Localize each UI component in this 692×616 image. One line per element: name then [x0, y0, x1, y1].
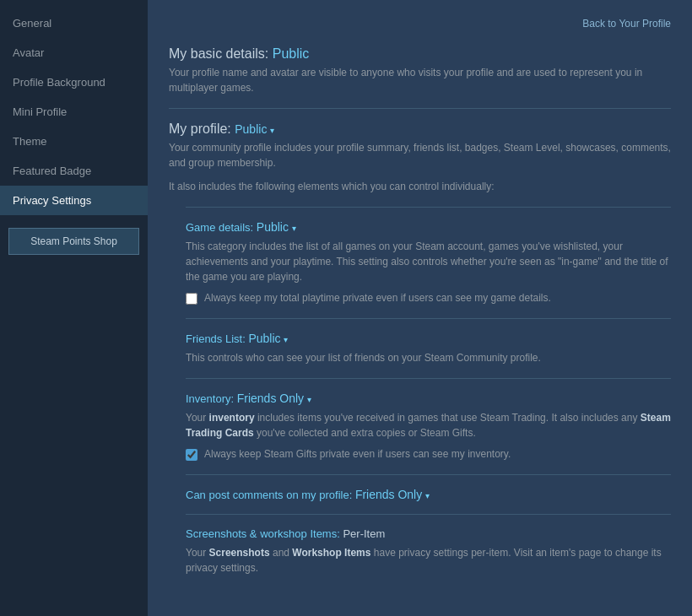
screenshots-title: Screenshots & workshop Items: Per-Item	[186, 527, 671, 540]
basic-details-desc: Your profile name and avatar are visible…	[169, 65, 671, 95]
my-profile-section: My profile: Public ▾	[169, 122, 671, 137]
friends-list-title: Friends List: Public ▾	[186, 332, 671, 345]
sidebar-item-theme[interactable]: Theme	[0, 127, 148, 156]
divider-1	[169, 108, 671, 109]
game-details-checkbox[interactable]	[186, 293, 197, 305]
screenshots-bold1: Screenshots	[209, 547, 270, 559]
comments-dropdown[interactable]: Friends Only ▾	[355, 488, 430, 501]
inventory-bold1: inventory	[209, 412, 255, 424]
my-profile-dropdown[interactable]: Public ▾	[235, 122, 274, 136]
friends-list-dropdown[interactable]: Public ▾	[248, 332, 288, 345]
inventory-dropdown[interactable]: Friends Only ▾	[237, 392, 311, 405]
inventory-arrow: ▾	[307, 395, 311, 404]
back-to-profile-link[interactable]: Back to Your Profile	[582, 18, 671, 30]
game-details-arrow: ▾	[292, 224, 296, 233]
inventory-checkbox[interactable]	[186, 449, 197, 461]
sidebar: General Avatar Profile Background Mini P…	[0, 0, 148, 616]
sidebar-item-privacy-settings[interactable]: Privacy Settings	[0, 186, 148, 215]
screenshots-status: Per-Item	[343, 527, 385, 540]
game-details-checkbox-row: Always keep my total playtime private ev…	[186, 291, 671, 305]
sidebar-item-avatar[interactable]: Avatar	[0, 38, 148, 68]
game-details-checkbox-label: Always keep my total playtime private ev…	[204, 291, 551, 305]
screenshots-bold2: Workshop Items	[292, 547, 370, 559]
comments-title: Can post comments on my profile: Friends…	[186, 488, 671, 501]
screenshots-desc: Your Screenshots and Workshop Items have…	[186, 545, 671, 575]
game-details-title: Game details: Public ▾	[186, 220, 671, 234]
steam-points-shop-button[interactable]: Steam Points Shop	[8, 228, 139, 255]
divider-5	[186, 474, 671, 475]
screenshots-section: Screenshots & workshop Items: Per-Item Y…	[186, 527, 671, 575]
inventory-desc: Your inventory includes items you've rec…	[186, 410, 671, 440]
friends-list-desc: This controls who can see your list of f…	[186, 350, 671, 365]
sub-sections: Game details: Public ▾ This category inc…	[169, 207, 671, 575]
main-content: Back to Your Profile My basic details: P…	[148, 0, 692, 616]
basic-details-status: Public	[273, 46, 310, 61]
inventory-checkbox-row: Always keep Steam Gifts private even if …	[186, 447, 671, 462]
inventory-title: Inventory: Friends Only ▾	[186, 392, 671, 405]
comments-arrow: ▾	[425, 491, 430, 500]
game-details-dropdown[interactable]: Public ▾	[257, 220, 296, 234]
sidebar-item-featured-badge[interactable]: Featured Badge	[0, 156, 148, 186]
inventory-checkbox-label: Always keep Steam Gifts private even if …	[204, 447, 511, 462]
my-profile-desc1: Your community profile includes your pro…	[169, 140, 671, 170]
game-details-section: Game details: Public ▾ This category inc…	[186, 220, 671, 305]
friends-list-arrow: ▾	[284, 335, 288, 344]
sidebar-item-general[interactable]: General	[0, 8, 148, 38]
comments-section: Can post comments on my profile: Friends…	[186, 488, 671, 501]
game-details-desc: This category includes the list of all g…	[186, 239, 671, 284]
sidebar-item-mini-profile[interactable]: Mini Profile	[0, 97, 148, 127]
inventory-section: Inventory: Friends Only ▾ Your inventory…	[186, 392, 671, 462]
divider-3	[186, 318, 671, 319]
basic-details-section: My basic details: Public	[169, 46, 671, 62]
friends-list-section: Friends List: Public ▾ This controls who…	[186, 332, 671, 365]
my-profile-title: My profile: Public ▾	[169, 122, 274, 136]
divider-2	[186, 207, 671, 208]
basic-details-title: My basic details: Public	[169, 46, 309, 61]
sidebar-item-profile-background[interactable]: Profile Background	[0, 68, 148, 97]
divider-6	[186, 514, 671, 515]
back-link-container: Back to Your Profile	[169, 17, 671, 30]
divider-4	[186, 378, 671, 379]
my-profile-desc2: It also includes the following elements …	[169, 179, 671, 194]
my-profile-dropdown-arrow: ▾	[270, 126, 274, 135]
